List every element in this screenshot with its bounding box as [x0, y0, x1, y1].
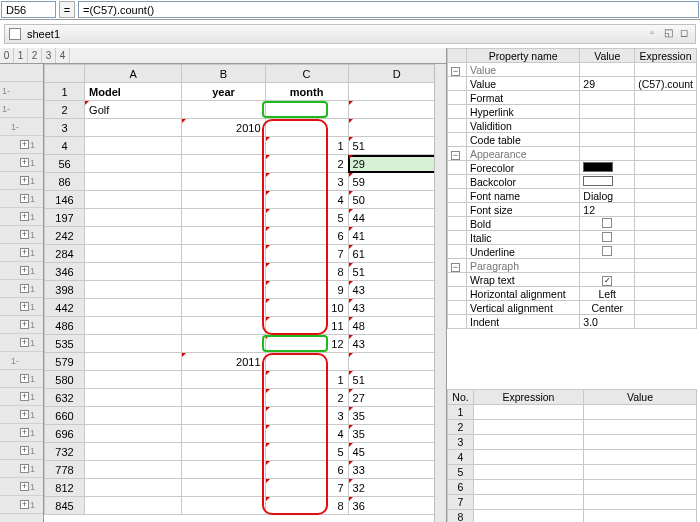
cell[interactable]	[85, 353, 182, 371]
cell[interactable]: 44	[348, 209, 445, 227]
expr-cell[interactable]	[474, 435, 584, 450]
prop-key[interactable]: Indent	[467, 315, 580, 329]
cell[interactable]: 51	[348, 371, 445, 389]
prop-value[interactable]: Left	[580, 287, 635, 301]
cell[interactable]: 33	[348, 461, 445, 479]
expand-icon[interactable]: +	[20, 338, 29, 347]
prop-key[interactable]: Validition	[467, 119, 580, 133]
cell[interactable]	[265, 101, 348, 119]
cell[interactable]: 9	[265, 281, 348, 299]
expand-icon[interactable]: +	[20, 428, 29, 437]
row-header[interactable]: 732	[45, 443, 85, 461]
expr-row-no[interactable]: 3	[448, 435, 474, 450]
cell[interactable]: 43	[348, 335, 445, 353]
cell[interactable]: 3	[265, 173, 348, 191]
prop-key[interactable]: Underline	[467, 245, 580, 259]
cell[interactable]: 51	[348, 263, 445, 281]
prop-group[interactable]: Paragraph	[467, 259, 580, 273]
cell[interactable]: 7	[265, 245, 348, 263]
prop-value[interactable]	[580, 245, 635, 259]
cell-reference-box[interactable]: D56	[1, 1, 56, 18]
row-header[interactable]: 632	[45, 389, 85, 407]
prop-value[interactable]: 12	[580, 203, 635, 217]
cell[interactable]: 11	[265, 317, 348, 335]
cell[interactable]: Golf	[85, 101, 182, 119]
expand-icon[interactable]: +	[20, 464, 29, 473]
prop-key[interactable]: Vertical alignment	[467, 301, 580, 315]
expand-icon[interactable]: +	[20, 374, 29, 383]
cell[interactable]	[182, 299, 265, 317]
prop-value[interactable]	[580, 217, 635, 231]
cell[interactable]: 2	[265, 389, 348, 407]
row-header[interactable]: 242	[45, 227, 85, 245]
row-header[interactable]: 2	[45, 101, 85, 119]
cell[interactable]: 2010	[182, 119, 265, 137]
expr-row-no[interactable]: 4	[448, 450, 474, 465]
expr-cell[interactable]	[474, 450, 584, 465]
outline-tab[interactable]: 4	[56, 48, 70, 63]
expand-icon[interactable]: +	[20, 446, 29, 455]
prop-value[interactable]: Center	[580, 301, 635, 315]
cell[interactable]: 2	[265, 155, 348, 173]
cell[interactable]: Model	[85, 83, 182, 101]
vertical-scrollbar[interactable]	[434, 64, 446, 522]
checkbox-icon[interactable]: ✓	[602, 276, 612, 286]
expr-cell[interactable]	[584, 450, 697, 465]
expr-cell[interactable]	[474, 480, 584, 495]
expr-cell[interactable]	[584, 510, 697, 523]
maximize-icon[interactable]: ◻	[677, 27, 691, 41]
expr-row-no[interactable]: 6	[448, 480, 474, 495]
expr-row-no[interactable]: 2	[448, 420, 474, 435]
cell[interactable]: 8	[265, 497, 348, 515]
expand-icon[interactable]: +	[20, 158, 29, 167]
expand-icon[interactable]: +	[20, 320, 29, 329]
expr-cell[interactable]	[584, 480, 697, 495]
cell[interactable]	[182, 191, 265, 209]
outline-tab[interactable]: 1	[14, 48, 28, 63]
cell[interactable]: 10	[265, 299, 348, 317]
prop-value[interactable]: Dialog	[580, 189, 635, 203]
collapse-icon[interactable]: −	[451, 263, 460, 272]
cell[interactable]: 61	[348, 245, 445, 263]
cell[interactable]	[85, 299, 182, 317]
prop-group[interactable]: Value	[467, 63, 580, 77]
cell[interactable]: 12	[265, 335, 348, 353]
checkbox-icon[interactable]	[602, 246, 612, 256]
cell[interactable]	[85, 173, 182, 191]
cell[interactable]: 43	[348, 299, 445, 317]
cell[interactable]: 50	[348, 191, 445, 209]
cell[interactable]: 35	[348, 425, 445, 443]
cell[interactable]: 59	[348, 173, 445, 191]
cell[interactable]: 4	[265, 191, 348, 209]
expr-cell[interactable]	[584, 495, 697, 510]
row-header[interactable]: 660	[45, 407, 85, 425]
cell[interactable]	[182, 389, 265, 407]
expr-cell[interactable]	[584, 465, 697, 480]
cell[interactable]	[182, 137, 265, 155]
cell[interactable]	[85, 497, 182, 515]
prop-value[interactable]	[580, 175, 635, 189]
expand-icon[interactable]: +	[20, 500, 29, 509]
cell[interactable]	[85, 371, 182, 389]
spreadsheet-grid[interactable]: A B C D 1 Model year month 2Golf320104	[44, 64, 446, 515]
prop-value[interactable]	[580, 231, 635, 245]
cell[interactable]	[182, 461, 265, 479]
expr-cell[interactable]	[474, 420, 584, 435]
cell[interactable]: 29	[348, 155, 445, 173]
cell[interactable]	[85, 443, 182, 461]
expand-icon[interactable]: +	[20, 482, 29, 491]
expr-cell[interactable]	[584, 420, 697, 435]
prop-key[interactable]: Wrap text	[467, 273, 580, 287]
cell[interactable]	[182, 443, 265, 461]
cell[interactable]: 6	[265, 227, 348, 245]
prop-key[interactable]: Forecolor	[467, 161, 580, 175]
cell[interactable]	[182, 101, 265, 119]
cell[interactable]: month	[265, 83, 348, 101]
cell[interactable]: 35	[348, 407, 445, 425]
prop-value[interactable]: 3.0	[580, 315, 635, 329]
prop-group[interactable]: Appearance	[467, 147, 580, 161]
cell[interactable]: 2011	[182, 353, 265, 371]
prop-key[interactable]: Value	[467, 77, 580, 91]
cell[interactable]	[182, 371, 265, 389]
cell[interactable]	[182, 479, 265, 497]
